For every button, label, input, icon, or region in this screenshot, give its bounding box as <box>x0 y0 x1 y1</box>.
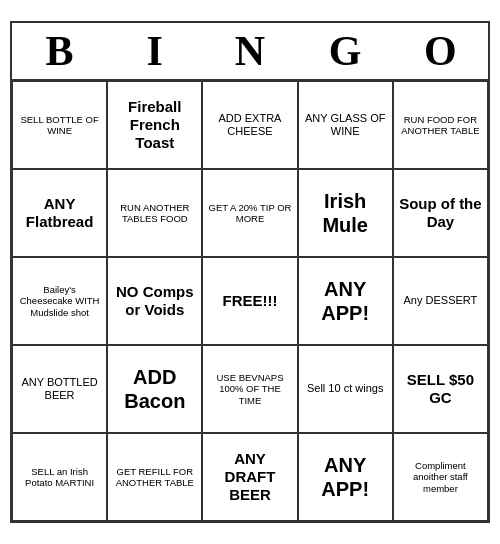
bingo-grid: SELL BOTTLE OF WINEFireball French Toast… <box>12 79 488 521</box>
bingo-cell-14: Any DESSERT <box>393 257 488 345</box>
bingo-cell-16: ADD Bacon <box>107 345 202 433</box>
bingo-cell-6: RUN ANOTHER TABLES FOOD <box>107 169 202 257</box>
bingo-cell-2: ADD EXTRA CHEESE <box>202 81 297 169</box>
bingo-cell-19: SELL $50 GC <box>393 345 488 433</box>
bingo-cell-9: Soup of the Day <box>393 169 488 257</box>
bingo-cell-20: SELL an Irish Potato MARTINI <box>12 433 107 521</box>
bingo-cell-0: SELL BOTTLE OF WINE <box>12 81 107 169</box>
bingo-cell-10: Bailey's Cheesecake WITH Mudslide shot <box>12 257 107 345</box>
bingo-cell-8: Irish Mule <box>298 169 393 257</box>
bingo-cell-4: RUN FOOD FOR ANOTHER TABLE <box>393 81 488 169</box>
header-i: I <box>111 27 199 75</box>
bingo-cell-18: Sell 10 ct wings <box>298 345 393 433</box>
bingo-cell-5: ANY Flatbread <box>12 169 107 257</box>
bingo-cell-3: ANY GLASS OF WINE <box>298 81 393 169</box>
bingo-cell-24: Compliment anoither staff member <box>393 433 488 521</box>
bingo-card: B I N G O SELL BOTTLE OF WINEFireball Fr… <box>10 21 490 523</box>
bingo-cell-11: NO Comps or Voids <box>107 257 202 345</box>
header-n: N <box>206 27 294 75</box>
bingo-cell-1: Fireball French Toast <box>107 81 202 169</box>
bingo-cell-13: ANY APP! <box>298 257 393 345</box>
bingo-header: B I N G O <box>12 23 488 79</box>
bingo-cell-21: GET REFILL FOR ANOTHER TABLE <box>107 433 202 521</box>
bingo-cell-17: USE BEVNAPS 100% OF THE TIME <box>202 345 297 433</box>
bingo-cell-12: FREE!!! <box>202 257 297 345</box>
bingo-cell-22: ANY DRAFT BEER <box>202 433 297 521</box>
bingo-cell-7: GET A 20% TIP OR MORE <box>202 169 297 257</box>
header-o: O <box>396 27 484 75</box>
bingo-cell-23: ANY APP! <box>298 433 393 521</box>
bingo-cell-15: ANY BOTTLED BEER <box>12 345 107 433</box>
header-g: G <box>301 27 389 75</box>
header-b: B <box>16 27 104 75</box>
